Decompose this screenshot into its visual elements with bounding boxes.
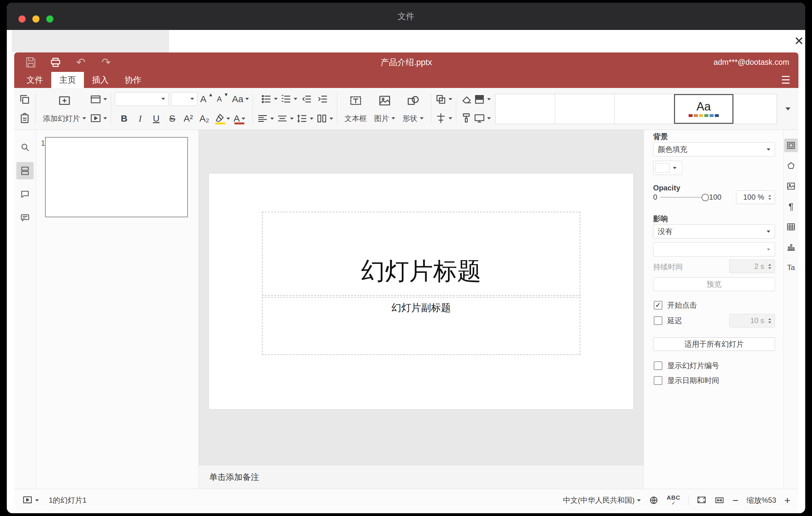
fit-to-width-icon[interactable] [715,495,724,505]
underline-button[interactable]: U [149,111,163,126]
background-color-picker[interactable] [653,161,682,175]
subscript-button[interactable]: A₂ [198,111,211,126]
decrease-font-size-button[interactable]: A▼ [216,91,230,107]
show-date-time-row[interactable]: 显示日期和时间 [654,376,719,385]
spinner-arrows[interactable] [766,314,773,327]
font-name-combo[interactable] [115,92,169,106]
checkbox-unchecked[interactable] [654,376,662,385]
arrange-shapes-button[interactable] [435,92,452,107]
tab-home[interactable]: 主页 [51,72,84,88]
increase-font-size-button[interactable]: A▲ [200,91,213,107]
zoom-out-button[interactable]: − [732,495,738,506]
copy-icon[interactable] [18,92,31,107]
slide-size-button[interactable] [473,111,491,126]
chat-icon[interactable] [16,209,34,226]
table-settings-icon[interactable] [784,220,798,234]
tab-collaboration[interactable]: 协作 [117,72,149,88]
paragraph-settings-icon[interactable]: ¶ [784,200,798,213]
print-icon[interactable] [49,56,62,69]
theme-option[interactable] [614,94,674,124]
slide[interactable]: 幻灯片标题 幻灯片副标题 [209,173,633,409]
spinner-arrows[interactable] [766,260,773,273]
clear-style-icon[interactable] [460,92,473,107]
language-select[interactable]: 中文(中华人民共和国) [563,495,641,505]
set-language-globe-icon[interactable] [649,495,659,505]
bullet-list-button[interactable] [260,91,278,107]
vertical-align-button[interactable] [277,111,294,126]
paste-icon[interactable] [18,111,31,126]
shape-fill-button[interactable] [473,92,491,107]
columns-button[interactable] [316,111,333,126]
change-layout-button[interactable] [90,92,107,107]
theme-option[interactable] [495,94,555,124]
italic-button[interactable]: I [133,111,147,126]
background-fill-select[interactable]: 颜色填充 [653,142,775,156]
duration-field[interactable]: 2 s [729,260,775,273]
text-art-settings-icon[interactable]: Ta [784,261,798,274]
slide-title-placeholder[interactable]: 幻灯片标题 [262,212,580,296]
spinner-arrows[interactable] [766,191,773,204]
theme-option-selected[interactable]: Aa [674,94,734,124]
slide-thumbnail[interactable] [45,137,188,217]
checkbox-checked[interactable]: ✓ [654,301,662,310]
theme-option[interactable] [555,94,614,124]
fit-to-slide-icon[interactable] [697,495,706,505]
align-shapes-button[interactable] [435,111,452,126]
opacity-slider-knob[interactable] [701,194,709,201]
chevron-down-icon [637,499,641,501]
change-case-button[interactable]: Aa [232,91,249,107]
chevron-down-icon [227,118,230,120]
add-slide-button[interactable]: 添加幻灯片 [39,88,90,130]
image-settings-icon[interactable] [784,179,798,193]
slides-panel-icon[interactable] [16,162,34,179]
line-spacing-button[interactable] [296,111,314,126]
zoom-in-button[interactable]: + [784,495,790,506]
notes-input[interactable]: 单击添加备注 [199,465,643,489]
chart-settings-icon[interactable] [784,240,798,254]
font-size-combo[interactable] [171,92,198,106]
insert-textbox-button[interactable]: 文本框 [341,88,371,130]
theme-gallery-expand-button[interactable] [781,94,795,124]
menu-icon[interactable]: ☰ [781,72,790,88]
shape-settings-icon[interactable] [784,159,798,173]
preview-button[interactable]: 预览 [653,278,775,291]
strikeout-button[interactable]: S [165,111,179,126]
slide-settings-icon[interactable] [784,139,798,152]
close-icon[interactable]: ✕ [792,34,805,49]
save-icon[interactable] [24,56,37,69]
start-slideshow-button[interactable] [90,111,107,126]
tab-insert[interactable]: 插入 [84,72,117,88]
checkbox-unchecked[interactable] [654,362,662,370]
highlight-color-button[interactable] [213,111,230,126]
comments-icon[interactable] [16,185,34,203]
decrease-indent-button[interactable] [300,91,314,107]
show-slide-number-row[interactable]: 显示幻灯片编号 [654,361,719,371]
insert-shape-button[interactable]: 形状 [399,88,427,130]
opacity-slider[interactable] [660,197,706,198]
increase-indent-button[interactable] [316,91,329,107]
font-color-button[interactable]: A [233,111,246,126]
search-icon[interactable] [16,139,34,156]
redo-icon[interactable]: ↷ [99,56,113,69]
start-slideshow-icon[interactable] [22,495,39,506]
delay-checkbox-row[interactable]: 延迟 [654,316,682,325]
superscript-button[interactable]: A² [181,111,195,126]
copy-style-icon[interactable] [460,111,473,126]
tab-file[interactable]: 文件 [19,72,51,88]
undo-icon[interactable]: ↶ [74,56,88,69]
start-on-click-checkbox-row[interactable]: ✓ 开始点击 [654,300,697,310]
toolbar-separator [35,93,35,125]
insert-image-button[interactable]: 图片 [371,88,399,130]
opacity-value-field[interactable]: 100 % [736,191,775,204]
slide-subtitle-placeholder[interactable]: 幻灯片副标题 [262,297,580,355]
apply-to-all-slides-button[interactable]: 适用于所有幻灯片 [653,337,775,351]
spellcheck-icon[interactable]: ABC ✓ [667,495,680,506]
numbered-list-button[interactable] [280,91,297,107]
bold-button[interactable]: B [117,111,131,126]
horizontal-align-button[interactable] [257,111,274,126]
chevron-down-icon [270,118,274,120]
effect-variant-select[interactable] [653,242,775,256]
checkbox-unchecked[interactable] [654,316,662,325]
effect-select[interactable]: 没有 [653,224,775,238]
delay-field[interactable]: 10 s [729,314,775,327]
